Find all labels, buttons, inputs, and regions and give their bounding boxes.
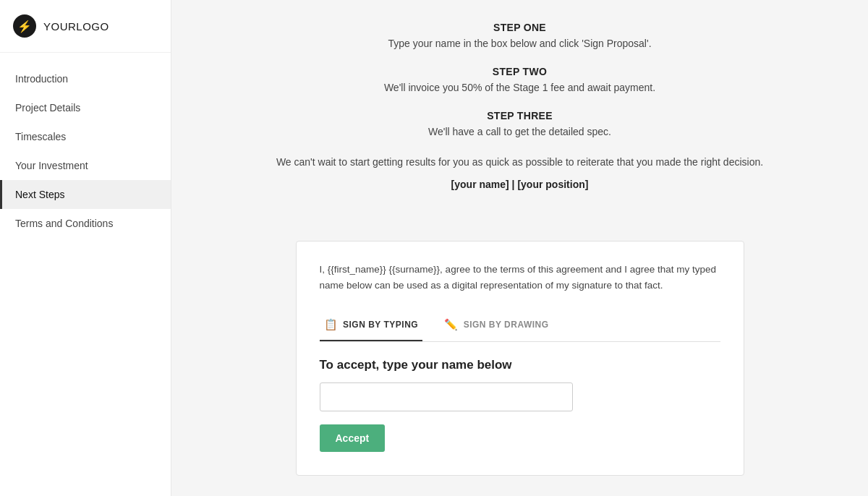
- sidebar-item-timescales[interactable]: Timescales: [0, 122, 171, 151]
- tab-sign-by-typing[interactable]: 📋 SIGN BY TYPING: [320, 311, 423, 341]
- drawing-icon: ✏️: [444, 318, 459, 331]
- step-two-heading: STEP TWO: [200, 66, 839, 77]
- logo-light: LOGO: [76, 20, 109, 33]
- closing-text: We can't wait to start getting results f…: [200, 154, 839, 170]
- accept-button[interactable]: Accept: [320, 424, 386, 452]
- logo-lightning: ⚡: [17, 20, 32, 33]
- signatory: [your name] | [your position]: [200, 179, 839, 190]
- main-content: STEP ONE Type your name in the box below…: [171, 0, 868, 496]
- logo-icon: ⚡: [13, 14, 36, 38]
- name-input[interactable]: [320, 382, 573, 411]
- tab-sign-by-drawing[interactable]: ✏️ SIGN BY DRAWING: [440, 311, 553, 341]
- step-one-desc: Type your name in the box below and clic…: [200, 36, 839, 51]
- step-three-heading: STEP THREE: [200, 110, 839, 121]
- sidebar-item-next-steps[interactable]: Next Steps: [0, 180, 171, 209]
- agreement-text: I, {{first_name}} {{surname}}, agree to …: [320, 262, 720, 293]
- steps-content: STEP ONE Type your name in the box below…: [171, 0, 868, 219]
- step-two-desc: We'll invoice you 50% of the Stage 1 fee…: [200, 80, 839, 95]
- sidebar-nav: Introduction Project Details Timescales …: [0, 53, 171, 249]
- typing-icon: 📋: [324, 318, 339, 331]
- signature-section: I, {{first_name}} {{surname}}, agree to …: [171, 219, 868, 496]
- signature-card: I, {{first_name}} {{surname}}, agree to …: [296, 241, 744, 475]
- logo-text: YOURLOGO: [43, 20, 109, 33]
- tab-drawing-label: SIGN BY DRAWING: [464, 320, 549, 330]
- sign-tabs: 📋 SIGN BY TYPING ✏️ SIGN BY DRAWING: [320, 311, 720, 342]
- sidebar: ⚡ YOURLOGO Introduction Project Details …: [0, 0, 171, 496]
- sidebar-item-project-details[interactable]: Project Details: [0, 93, 171, 122]
- logo-area: ⚡ YOURLOGO: [0, 0, 171, 53]
- sidebar-item-your-investment[interactable]: Your Investment: [0, 151, 171, 180]
- logo-bold: YOUR: [43, 20, 76, 33]
- form-label: To accept, type your name below: [320, 358, 720, 372]
- step-three-desc: We'll have a call to get the detailed sp…: [200, 124, 839, 140]
- step-one-heading: STEP ONE: [200, 22, 839, 33]
- sidebar-item-terms-and-conditions[interactable]: Terms and Conditions: [0, 209, 171, 238]
- sidebar-item-introduction[interactable]: Introduction: [0, 64, 171, 93]
- tab-typing-label: SIGN BY TYPING: [343, 320, 418, 330]
